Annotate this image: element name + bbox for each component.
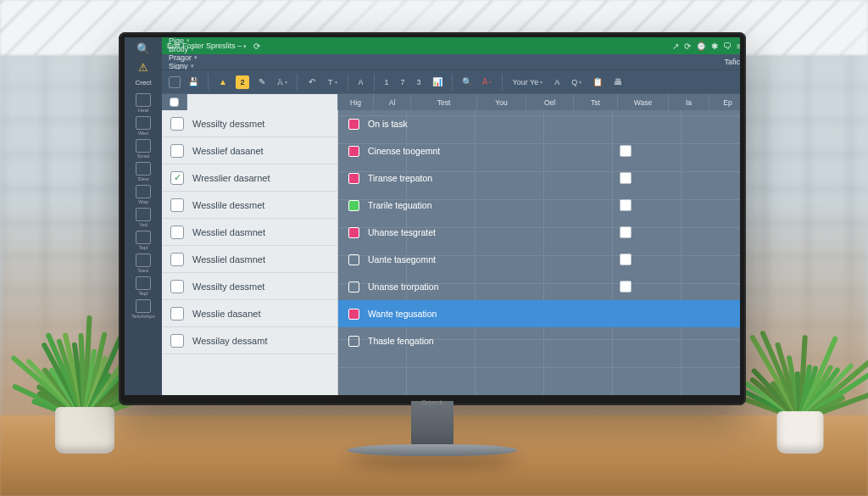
rail-item-3[interactable]: Slew [125, 160, 162, 183]
ribbon-seg-1[interactable]: 1 [381, 75, 392, 90]
ribbon-chart-icon[interactable]: 📊 [430, 75, 445, 90]
row-checkbox[interactable] [170, 226, 184, 239]
col-tst[interactable]: Tst [574, 94, 618, 110]
document-title[interactable]: Edit Foster Spreslits – [167, 42, 247, 50]
ribbon-q-dropdown[interactable]: Q [568, 75, 585, 90]
col-al[interactable]: Al [374, 94, 411, 110]
search-icon[interactable]: 🔍 [136, 41, 151, 56]
task-row[interactable]: Wesslief dasanet [162, 137, 337, 164]
ribbon-font-dropdown[interactable]: 𝙰 [275, 75, 290, 90]
row-checkbox[interactable] [170, 334, 184, 348]
titlebar-icon-3[interactable]: ✱ [711, 42, 718, 51]
grid-row[interactable]: Uante tasegomnt [338, 246, 740, 273]
ribbon-seg-3[interactable]: 3 [414, 75, 425, 90]
ribbon-warning-icon[interactable]: ▲ [215, 75, 231, 90]
rail-item-6[interactable]: Tepl [125, 229, 162, 252]
grid-row[interactable]: Uhanse tesgratet [338, 219, 740, 246]
rail-item-4[interactable]: Wap [125, 183, 162, 206]
row-done-checkbox[interactable] [620, 254, 632, 265]
titlebar-icon-4[interactable]: 🗨 [723, 42, 732, 51]
grid-row[interactable]: Tiranse trepaton [338, 164, 740, 192]
grid-row[interactable]: Cinense toogemnt [338, 137, 740, 164]
row-done-checkbox[interactable] [620, 281, 632, 293]
col-oel[interactable]: Oel [526, 94, 574, 110]
col-ia[interactable]: Ia [669, 94, 709, 110]
grid-row[interactable]: On is task [338, 110, 740, 137]
row-checkbox[interactable] [170, 144, 184, 158]
ribbon-pen-icon[interactable]: ✎ [254, 75, 270, 90]
rail-item-9[interactable]: TelsAshps [125, 298, 162, 320]
grid-row[interactable]: Thasle fengation [338, 327, 740, 354]
task-row[interactable]: Wessliel dasmnet [162, 219, 337, 246]
row-checkbox[interactable] [170, 280, 184, 293]
rail-item-label: Sted [138, 268, 148, 273]
grid-pane[interactable]: On is taskCinense toogemntTiranse trepat… [338, 110, 740, 395]
titlebar-icon-1[interactable]: ⟳ [684, 42, 691, 51]
ribbon-undo-icon[interactable]: ↶ [304, 75, 320, 90]
col-test[interactable]: Test [411, 94, 477, 110]
ribbon-clipboard-icon[interactable]: 📋 [590, 75, 605, 90]
col-ep[interactable]: Ep [709, 94, 740, 110]
task-row[interactable]: Wessilty dessmet [162, 110, 337, 137]
ribbon-zoom-icon[interactable]: 🔍 [459, 75, 475, 90]
row-checkbox[interactable] [170, 117, 184, 131]
rail-item-7[interactable]: Sted [125, 252, 162, 275]
col-hig[interactable]: Hig [338, 94, 374, 110]
ribbon-your-dropdown[interactable]: Your Ye [509, 75, 547, 90]
menu-pragor[interactable]: Pragor [169, 53, 198, 62]
rail-item-1[interactable]: Wed [125, 114, 162, 137]
task-row[interactable]: Wesslile dessmet [162, 192, 337, 219]
col-checkbox[interactable] [162, 94, 187, 110]
rail-item-2[interactable]: Strad [125, 137, 162, 160]
rail-item-0[interactable]: Heal [125, 92, 162, 114]
row-tag-icon[interactable] [348, 309, 359, 320]
row-tag-icon[interactable] [348, 336, 359, 347]
ribbon-font-color-icon[interactable]: A [480, 75, 495, 90]
grid-row[interactable]: Trarile teguation [338, 192, 740, 219]
ribbon-print-icon[interactable]: 🖶 [610, 75, 626, 90]
rail-item-8[interactable]: Tepl [125, 275, 162, 298]
row-done-checkbox[interactable] [620, 199, 632, 211]
warning-icon[interactable]: ⚠ [138, 61, 148, 74]
col-wase[interactable]: Wase [618, 94, 669, 110]
refresh-icon[interactable]: ⟳ [252, 42, 262, 51]
ribbon-save-icon[interactable]: 💾 [186, 75, 201, 90]
task-row[interactable]: Wesslie dasanet [162, 300, 337, 327]
task-row[interactable]: Wessliel dasmnet [162, 246, 337, 273]
row-task-label: Cinense toogemnt [368, 146, 440, 156]
ribbon-a-label[interactable]: A [355, 75, 367, 90]
col-you[interactable]: You [477, 94, 526, 110]
row-checkbox[interactable] [170, 253, 184, 266]
row-tag-icon[interactable] [348, 173, 359, 184]
row-tag-icon[interactable] [348, 281, 359, 293]
row-name: Wessliel dasmnet [192, 227, 265, 237]
row-tag-icon[interactable] [348, 146, 359, 157]
row-tag-icon[interactable] [348, 119, 359, 130]
task-row[interactable]: Wessilay dessamt [162, 327, 337, 354]
rail-item-icon [136, 254, 151, 267]
row-checkbox[interactable]: ✓ [170, 171, 184, 185]
grid-row[interactable]: Wante tegusation [338, 300, 740, 327]
titlebar-icon-5[interactable]: ≡ [737, 42, 740, 51]
ribbon-number-badge[interactable]: 2 [236, 75, 249, 89]
menu-right[interactable]: Tafic [724, 58, 740, 66]
row-checkbox[interactable] [170, 198, 184, 212]
row-done-checkbox[interactable] [620, 226, 632, 238]
task-row[interactable]: Wessilty dessmet [162, 273, 337, 300]
grid-row[interactable]: Unanse trorpation [338, 273, 740, 300]
row-done-checkbox[interactable] [620, 145, 632, 157]
ribbon-checkbox-icon[interactable] [169, 76, 181, 88]
row-tag-icon[interactable] [348, 227, 359, 238]
titlebar-icon-2[interactable]: ⌚ [696, 42, 706, 51]
row-done-checkbox[interactable] [620, 172, 632, 184]
rail-item-5[interactable]: Yed [125, 206, 162, 229]
task-row[interactable]: ✓Wresslier dasarnet [162, 164, 337, 192]
ribbon-seg-2[interactable]: 7 [398, 75, 409, 90]
ribbon-text-dropdown[interactable]: T [325, 75, 341, 90]
row-tag-icon[interactable] [348, 254, 359, 265]
rail-item-label: Slew [137, 176, 148, 181]
ribbon-a2-label[interactable]: A [551, 75, 563, 90]
titlebar-icon-0[interactable]: ↗ [672, 42, 679, 51]
row-checkbox[interactable] [170, 307, 184, 320]
row-tag-icon[interactable] [348, 200, 359, 211]
